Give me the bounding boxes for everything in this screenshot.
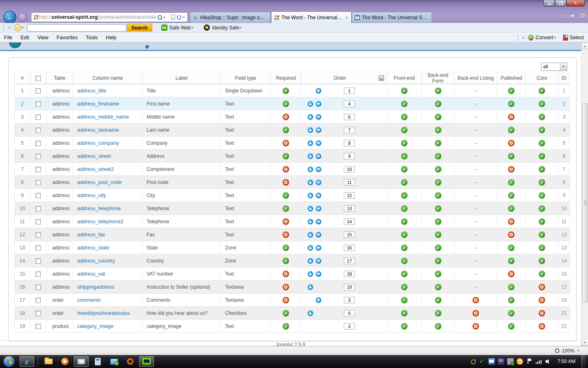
menu-help[interactable]: Help: [102, 35, 120, 40]
order-down-icon[interactable]: [316, 271, 321, 277]
minimize-button[interactable]: [543, 0, 555, 7]
back-end-form-toggle-yes-icon[interactable]: [435, 140, 441, 146]
order-down-icon[interactable]: [316, 153, 321, 159]
front-end-toggle-yes-icon[interactable]: [401, 205, 408, 212]
core-toggle-yes-icon[interactable]: [539, 258, 545, 264]
restore-button[interactable]: [555, 0, 566, 7]
front-end-toggle-yes-icon[interactable]: [401, 153, 408, 159]
update-check-tray-icon[interactable]: [479, 358, 486, 365]
column-name-link[interactable]: address_firstname: [77, 101, 119, 107]
front-end-toggle-yes-icon[interactable]: [401, 310, 408, 316]
order-up-icon[interactable]: [307, 284, 313, 290]
back-end-form-toggle-yes-icon[interactable]: [435, 166, 441, 173]
core-toggle-yes-icon[interactable]: [539, 88, 545, 94]
order-up-icon[interactable]: [307, 245, 313, 251]
column-name-link[interactable]: address_company: [77, 140, 119, 146]
nvidia-tray-icon[interactable]: [470, 358, 476, 365]
show-desktop-button[interactable]: [581, 355, 586, 368]
front-end-toggle-yes-icon[interactable]: [401, 114, 408, 120]
column-name-link[interactable]: address_state: [77, 245, 109, 251]
header-field-type[interactable]: Field type: [221, 72, 271, 84]
back-end-form-toggle-yes-icon[interactable]: [435, 218, 441, 225]
header-front-end[interactable]: Front-end: [387, 72, 422, 84]
order-input[interactable]: [344, 258, 355, 264]
required-toggle-no-icon[interactable]: [283, 231, 289, 238]
publish-toggle-yes-icon[interactable]: [508, 258, 514, 264]
row-checkbox[interactable]: [36, 154, 41, 159]
front-end-toggle-yes-icon[interactable]: [401, 179, 408, 186]
tab-the-word-active[interactable]: The Word - The Universal S... ×: [271, 11, 352, 23]
front-end-toggle-yes-icon[interactable]: [401, 101, 408, 107]
order-input[interactable]: [344, 205, 355, 212]
publish-toggle-yes-icon[interactable]: [508, 297, 514, 303]
column-name-link[interactable]: address_street2: [77, 166, 114, 172]
front-end-toggle-yes-icon[interactable]: [401, 271, 408, 277]
column-name-link[interactable]: address_middle_name: [77, 114, 129, 120]
menu-file[interactable]: File: [0, 35, 16, 40]
back-end-form-toggle-yes-icon[interactable]: [435, 114, 441, 120]
required-toggle-yes-icon[interactable]: [283, 192, 289, 199]
order-down-icon[interactable]: [316, 193, 321, 198]
order-up-icon[interactable]: [307, 219, 313, 224]
network-pc-tray-icon[interactable]: [498, 358, 504, 365]
publish-toggle-yes-icon[interactable]: [508, 310, 514, 316]
order-input[interactable]: [344, 166, 355, 173]
taskbar-internet-explorer[interactable]: e: [20, 356, 34, 367]
core-toggle-yes-icon[interactable]: [539, 179, 545, 186]
scrollbar-down-icon[interactable]: ▼: [581, 339, 588, 346]
front-end-toggle-yes-icon[interactable]: [401, 140, 408, 146]
core-toggle-yes-icon[interactable]: [539, 101, 545, 107]
column-name-link[interactable]: address_title: [77, 88, 106, 94]
required-toggle-no-icon[interactable]: [283, 271, 289, 277]
refresh-icon[interactable]: [176, 15, 182, 20]
column-name-link[interactable]: shippingaddress: [77, 284, 114, 290]
front-end-toggle-yes-icon[interactable]: [401, 166, 408, 173]
row-checkbox[interactable]: [36, 193, 41, 198]
required-toggle-yes-icon[interactable]: [283, 153, 289, 159]
required-toggle-yes-icon[interactable]: [283, 258, 289, 264]
taskbar-lcd-app[interactable]: [139, 356, 154, 367]
required-toggle-no-icon[interactable]: [283, 166, 289, 173]
order-down-icon[interactable]: [316, 166, 321, 172]
menu-view[interactable]: View: [33, 35, 53, 40]
order-down-icon[interactable]: [316, 219, 321, 224]
settings-gear-icon[interactable]: ⚙: [580, 12, 586, 20]
row-checkbox[interactable]: [36, 258, 41, 264]
back-end-form-toggle-yes-icon[interactable]: [435, 258, 441, 264]
menu-favorites[interactable]: Favorites: [53, 35, 82, 40]
publish-toggle-yes-icon[interactable]: [508, 205, 514, 212]
header-label[interactable]: Label: [143, 72, 221, 84]
row-checkbox[interactable]: [36, 101, 41, 107]
column-name-link[interactable]: comments: [77, 297, 101, 303]
publish-toggle-yes-icon[interactable]: [508, 127, 514, 133]
order-down-icon[interactable]: [316, 258, 321, 264]
back-end-form-toggle-yes-icon[interactable]: [435, 88, 441, 94]
abbyy-close-icon[interactable]: ×: [522, 35, 525, 41]
convert-button[interactable]: Convert: [535, 35, 553, 40]
search-icon[interactable]: [157, 15, 163, 20]
header-required[interactable]: Required: [271, 72, 301, 84]
back-end-form-toggle-yes-icon[interactable]: [435, 284, 441, 290]
row-checkbox[interactable]: [36, 272, 41, 277]
order-down-icon[interactable]: [316, 245, 321, 251]
search-dropdown-icon[interactable]: ▾: [164, 16, 165, 19]
required-toggle-yes-icon[interactable]: [283, 127, 289, 133]
core-toggle-yes-icon[interactable]: [539, 245, 545, 251]
order-down-icon[interactable]: [316, 114, 321, 120]
back-end-form-toggle-yes-icon[interactable]: [435, 127, 441, 133]
front-end-toggle-yes-icon[interactable]: [401, 258, 408, 264]
order-input[interactable]: [344, 218, 355, 225]
publish-toggle-yes-icon[interactable]: [508, 179, 514, 186]
row-checkbox[interactable]: [36, 232, 41, 238]
order-input[interactable]: [344, 271, 355, 277]
order-input[interactable]: [344, 245, 355, 251]
back-end-form-toggle-yes-icon[interactable]: [435, 179, 441, 186]
taskbar-clock[interactable]: 7:50 AM: [554, 359, 579, 364]
column-name-link[interactable]: address_lastname: [77, 127, 119, 133]
column-name-link[interactable]: address_country: [77, 258, 115, 264]
publish-toggle-yes-icon[interactable]: [508, 153, 514, 159]
stop-icon[interactable]: ×: [183, 15, 185, 20]
toolbar-close-icon[interactable]: ×: [8, 25, 11, 31]
column-name-link[interactable]: address_fax: [77, 232, 105, 238]
publish-toggle-no-icon[interactable]: [508, 140, 514, 146]
